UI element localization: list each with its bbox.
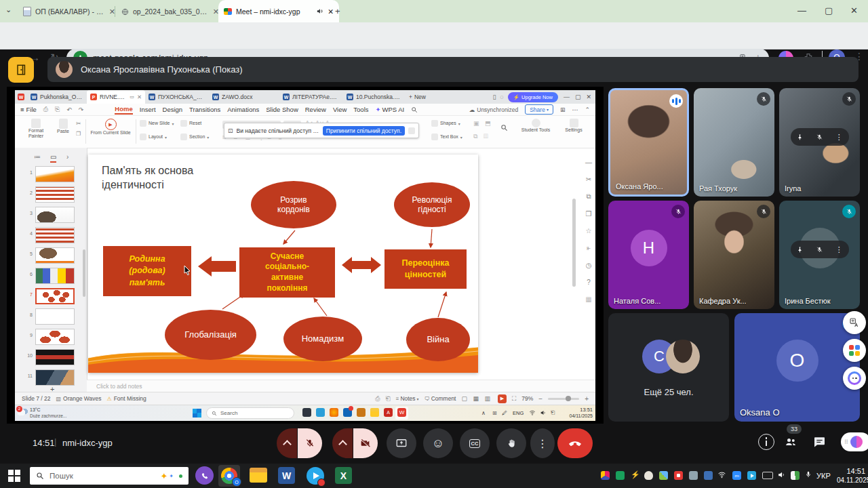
slide-thumbnail-1[interactable] — [35, 166, 75, 182]
from-current-slide-button[interactable]: ▶ From Current Slide — [90, 119, 132, 136]
paste-button[interactable]: Paste — [53, 119, 73, 134]
mute-participant-icon[interactable] — [816, 246, 823, 253]
inner-volume-icon[interactable] — [540, 409, 547, 416]
wps-maximize-button[interactable]: ▢ — [575, 94, 581, 100]
upgrade-button[interactable]: ⚡Upgrade Now — [508, 92, 558, 102]
language-indicator[interactable]: УКР — [816, 472, 831, 480]
beautify-icon[interactable]: ✂ — [582, 176, 595, 183]
text-box-button[interactable]: Text Box▾ — [431, 134, 462, 140]
settings-button[interactable]: Settings — [559, 119, 589, 133]
tray-wifi-icon[interactable] — [717, 470, 726, 479]
properties-icon[interactable]: ⫦ — [582, 244, 595, 252]
pin-icon[interactable] — [796, 246, 804, 253]
people-panel-icon[interactable] — [783, 435, 799, 449]
favorites-icon[interactable]: ☆ — [582, 227, 595, 235]
copy-icon[interactable]: ❐ — [76, 131, 81, 137]
extension-pill[interactable]: ⠿ — [841, 432, 868, 451]
present-screen-button[interactable] — [387, 428, 416, 458]
more-dots-icon[interactable]: ⋯ — [572, 106, 578, 113]
tab-audio-icon[interactable] — [316, 7, 323, 15]
mic-options-chevron[interactable] — [277, 428, 297, 458]
tray-zoom-icon[interactable]: zm — [732, 471, 741, 480]
tray-mic-icon[interactable] — [804, 470, 812, 479]
menu-design[interactable]: Design — [163, 106, 183, 113]
notes-area[interactable]: Click to add notes — [87, 380, 595, 392]
stop-sharing-button[interactable]: Припинити спільний доступ. — [323, 126, 405, 136]
zoom-in-button[interactable]: + — [585, 395, 589, 403]
tray-pen-icon[interactable]: 🖉 — [502, 410, 507, 416]
meeting-info-icon[interactable] — [758, 434, 774, 450]
slide-thumbnail-9[interactable] — [35, 329, 75, 345]
menu-view[interactable]: View — [333, 106, 347, 113]
browser-tab-3-active[interactable]: Meet – nmi-idxc-ygp ✕ — [218, 0, 339, 22]
save-icon[interactable]: ⎙ — [43, 106, 48, 113]
tab-close-icon[interactable]: ✕ — [328, 7, 334, 16]
cut-icon[interactable]: ✂ — [76, 120, 81, 127]
store-app-icon[interactable] — [357, 408, 366, 417]
dark-app-icon[interactable] — [302, 408, 311, 417]
zoom-out-button[interactable]: − — [538, 395, 542, 403]
tray-defender-icon[interactable] — [791, 471, 800, 480]
raise-hand-button[interactable] — [496, 428, 526, 458]
wps-search-icon[interactable] — [411, 106, 418, 113]
doc-tab-6[interactable]: W10.Puchonska.docx — [343, 90, 406, 104]
browser-tab-2[interactable]: op_2024_bak_035_041_fr.pdf ✕ — [117, 3, 224, 20]
redo-icon[interactable]: ↷ — [79, 106, 84, 113]
tile-oksana-speaking[interactable]: Оксана Яро... — [608, 88, 689, 197]
reactions-button[interactable]: ☺ — [423, 428, 453, 458]
layout-button[interactable]: Layout▾ — [140, 134, 167, 140]
taskbar-search-box[interactable]: Пошук ✦ ✦ — [30, 467, 189, 485]
tray-icon-lightning[interactable]: ⚡ — [631, 470, 640, 479]
tile-iryna-bestyuk[interactable]: ⋮ Ірина Бестюк — [779, 201, 860, 309]
notes-toggle[interactable]: ≡Notes▾ — [396, 395, 419, 402]
menu-slideshow[interactable]: Slide Show — [266, 106, 298, 113]
collapse-rail-icon[interactable]: — — [582, 159, 595, 166]
tray-volume-icon[interactable] — [777, 470, 786, 479]
fit-slide-icon[interactable]: ⛶ — [512, 395, 516, 403]
section-button[interactable]: Section▾ — [180, 134, 209, 140]
slide-thumbnail-4[interactable] — [35, 227, 75, 243]
tile-kafedra[interactable]: Кафедра Ук... — [694, 201, 774, 309]
slide-thumbnail-10[interactable] — [35, 349, 75, 365]
chat-panel-icon[interactable] — [812, 435, 827, 449]
file-menu[interactable]: ≡File — [20, 106, 37, 113]
slide-thumbnail-2[interactable] — [35, 186, 75, 203]
float-assistant-icon[interactable] — [843, 367, 866, 390]
firefox-icon[interactable] — [330, 408, 338, 417]
handout-icon[interactable]: ⎗ — [386, 395, 391, 403]
print-icon[interactable]: ⎘ — [55, 106, 60, 113]
collapse-ribbon-icon[interactable]: ⌃ — [585, 106, 590, 113]
tab-close-icon[interactable]: ✕ — [137, 94, 142, 100]
tab-search-chevron-icon[interactable]: ⌄ — [5, 5, 12, 14]
tray-icon-record[interactable] — [674, 471, 683, 480]
file-explorer-icon[interactable] — [370, 408, 379, 417]
end-call-button[interactable] — [557, 428, 593, 458]
voice-icon[interactable]: ◌ — [500, 94, 503, 100]
slide-thumbnail-6[interactable] — [35, 268, 75, 284]
start-button[interactable] — [8, 470, 20, 482]
tray-icon-photos[interactable] — [659, 471, 668, 480]
window-minimize-button[interactable]: — — [797, 5, 806, 16]
tray-chevron-icon[interactable]: ∧ — [481, 410, 486, 416]
slide-thumbnail-8[interactable] — [35, 308, 75, 325]
menu-animations[interactable]: Animations — [227, 106, 259, 113]
slide-thumbnail-3[interactable] — [35, 207, 75, 223]
wps-taskbar-icon[interactable]: W — [397, 408, 406, 417]
word-icon[interactable]: W — [278, 467, 295, 484]
file-explorer-icon[interactable] — [250, 468, 267, 483]
menu-home[interactable]: Home — [115, 105, 132, 115]
history-icon[interactable]: ◷ — [582, 262, 595, 269]
wps-minimize-button[interactable]: — — [564, 94, 570, 100]
viber-icon[interactable] — [195, 466, 214, 485]
tray-grid-icon[interactable]: ⊞ — [492, 410, 497, 416]
menu-insert[interactable]: Insert — [140, 106, 156, 113]
camera-off-button[interactable] — [353, 428, 378, 458]
slide-thumbnail-7-selected[interactable] — [35, 288, 75, 304]
undo-icon[interactable]: ↶ — [66, 106, 72, 113]
tile-iryna[interactable]: ⋮ Iryna — [779, 88, 860, 197]
slides-view-icon[interactable]: ▭ — [50, 153, 56, 163]
wps-logo-icon[interactable]: W — [18, 94, 24, 100]
reset-button[interactable]: Reset — [180, 120, 201, 127]
tray-icon-blue[interactable] — [704, 471, 713, 480]
menu-tools[interactable]: Tools — [353, 106, 368, 113]
